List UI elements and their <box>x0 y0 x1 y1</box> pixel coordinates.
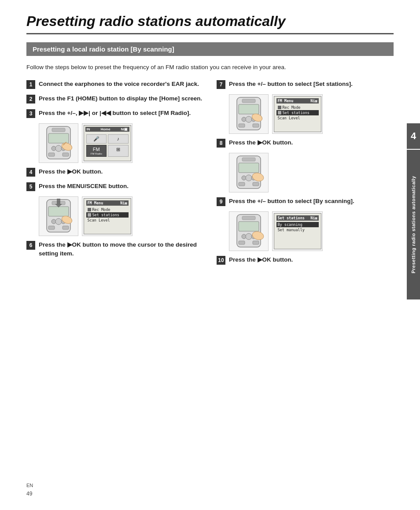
step-5-text: Press the MENU/SCENE button. <box>39 182 129 191</box>
step-10: 10 Press the ▶OK button. <box>217 255 394 265</box>
svg-point-4 <box>55 145 62 152</box>
intro-text: Follow the steps below to preset the fre… <box>26 63 394 72</box>
svg-rect-16 <box>48 226 55 229</box>
right-column: 7 Press the +/– button to select [Set st… <box>217 80 394 270</box>
home-screen: IN Home Ni▣ 🎤 ♪ FM <box>84 125 131 161</box>
step-2-num: 2 <box>26 95 35 103</box>
set-stations-title-left-9: Set stations <box>278 216 305 220</box>
setstations-icon-7 <box>278 111 281 115</box>
step-7-images: FM Menu Ni▣ Rec Mode Set stations Sc <box>229 94 394 134</box>
set-stations-screen-9: Set stations Ni▣ By scanning Set manuall… <box>272 211 323 251</box>
mic-icon: 🎤 <box>88 136 106 142</box>
page-title: Presetting radio stations automatically <box>26 13 394 34</box>
step-5-images: FM Menu Ni▣ Rec Mode Set stations Sc <box>39 196 203 236</box>
svg-rect-2 <box>48 133 69 143</box>
svg-rect-17 <box>63 226 69 229</box>
step-9: 9 Press the +/– button to select [By sca… <box>217 197 394 206</box>
step-1-num: 1 <box>26 80 35 89</box>
svg-rect-27 <box>253 124 259 127</box>
setstations-label-5: Set stations <box>92 213 119 217</box>
recorder-device-img-7 <box>229 94 269 134</box>
fm-label: FM Radio <box>91 152 102 155</box>
step-6: 6 Press the ▶OK button to move the curso… <box>26 240 203 258</box>
scanlevel-label-5: Scan Level <box>88 218 110 222</box>
menu-item-recmode-5: Rec Mode <box>86 207 129 212</box>
home-screen-img: IN Home Ni▣ 🎤 ♪ FM <box>82 123 133 163</box>
step-7-text: Press the +/– button to select [Set stat… <box>229 80 353 89</box>
page-number: 49 <box>26 491 32 497</box>
recorder-device-img-3a <box>39 123 78 163</box>
menu-item-recmode-7: Rec Mode <box>276 105 319 110</box>
step-4-text: Press the ▶OK button. <box>39 167 103 176</box>
home-icon-mic: 🎤 <box>86 134 107 144</box>
svg-rect-30 <box>242 158 255 161</box>
set-stations-title-9: Set stations Ni▣ <box>276 215 319 221</box>
home-title-bar: IN Home Ni▣ <box>85 127 129 132</box>
recorder-device-img-8 <box>229 153 269 192</box>
step-10-text: Press the ▶OK button. <box>229 255 293 264</box>
recmode-label-5: Rec Mode <box>92 207 111 212</box>
svg-rect-45 <box>253 241 259 244</box>
section-header: Presetting a local radio station [By sca… <box>26 42 394 56</box>
svg-rect-35 <box>239 182 245 186</box>
svg-point-33 <box>246 175 252 181</box>
step-10-num: 10 <box>217 256 225 265</box>
step-2-text: Press the F1 (HOME) button to display th… <box>39 94 202 103</box>
byscanning-label-9: By scanning <box>278 222 302 227</box>
two-column-layout: 1 Connect the earphones to the voice rec… <box>26 80 394 270</box>
menu-item-setmanually-9: Set manually <box>276 227 319 233</box>
recorder-svg-8 <box>232 155 266 190</box>
svg-rect-40 <box>239 222 259 231</box>
svg-rect-31 <box>239 163 259 173</box>
chapter-num-value: 4 <box>411 130 416 142</box>
setstations-icon-5 <box>88 213 91 217</box>
step-8: 8 Press the ▶OK button. <box>217 138 394 148</box>
scanlevel-label-7: Scan Level <box>278 116 300 120</box>
menu-item-scanlevel-7: Scan Level <box>276 115 319 121</box>
step-5-num: 5 <box>26 182 35 191</box>
chapter-number: 4 <box>407 123 420 149</box>
svg-point-42 <box>246 233 252 240</box>
step-9-text: Press the +/– button to select [By scann… <box>229 197 354 206</box>
home-icon-music: ♪ <box>108 134 129 144</box>
svg-rect-21 <box>242 99 255 103</box>
menu-item-setstations-7: Set stations <box>276 110 319 115</box>
step-3-text: Press the +/–, ▶▶| or |◀◀ button to sele… <box>39 109 191 118</box>
recorder-device-img-9 <box>229 211 269 251</box>
svg-rect-7 <box>63 153 69 156</box>
recorder-svg-3a <box>41 126 76 161</box>
svg-rect-22 <box>239 104 259 114</box>
svg-rect-26 <box>239 124 245 127</box>
step-2: 2 Press the F1 (HOME) button to display … <box>26 94 203 103</box>
page-content: Presetting radio stations automatically … <box>26 0 394 270</box>
fm-menu-title-7: FM Menu Ni▣ <box>276 98 319 103</box>
side-tab-text: Presetting radio stations automatically <box>411 176 416 273</box>
home-title-right: Ni▣ <box>121 127 128 131</box>
step-3: 3 Press the +/–, ▶▶| or |◀◀ button to se… <box>26 109 203 118</box>
fm-menu-content-5: FM Menu Ni▣ Rec Mode Set stations Sc <box>84 198 131 234</box>
step-8-num: 8 <box>217 139 225 148</box>
step-5: 5 Press the MENU/SCENE button. <box>26 182 203 191</box>
recmode-icon-7 <box>278 106 281 109</box>
fm-menu-title-left-7: FM Menu <box>278 99 294 103</box>
menu-item-setstations-5: Set stations <box>86 212 129 218</box>
menu-item-scanlevel-5: Scan Level <box>86 218 129 223</box>
step-9-num: 9 <box>217 197 225 206</box>
fm-icon: FM <box>88 147 106 152</box>
step-3-num: 3 <box>26 109 35 118</box>
recmode-icon-5 <box>88 208 91 211</box>
fm-menu-screen-7: FM Menu Ni▣ Rec Mode Set stations Sc <box>272 94 323 134</box>
step-7: 7 Press the +/– button to select [Set st… <box>217 80 394 89</box>
step-9-images: Set stations Ni▣ By scanning Set manuall… <box>229 211 394 251</box>
recorder-svg-9 <box>232 214 266 249</box>
svg-point-14 <box>55 218 62 225</box>
step-8-text: Press the ▶OK button. <box>229 138 293 147</box>
language-label: EN <box>26 483 33 488</box>
side-tab: Presetting radio stations automatically <box>407 150 420 299</box>
fm-menu-title-5: FM Menu Ni▣ <box>86 200 129 206</box>
fm-menu-content-7: FM Menu Ni▣ Rec Mode Set stations Sc <box>274 96 321 132</box>
music-icon: ♪ <box>109 136 127 141</box>
step-3-images: IN Home Ni▣ 🎤 ♪ FM <box>39 123 203 163</box>
step-4: 4 Press the ▶OK button. <box>26 167 203 177</box>
fm-menu-title-right-5: Ni▣ <box>120 201 127 205</box>
